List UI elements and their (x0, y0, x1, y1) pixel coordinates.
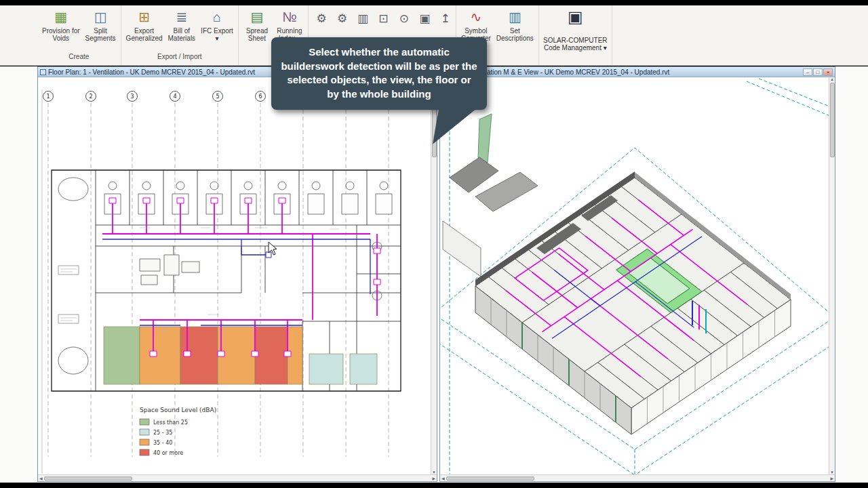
panel-label-export-import: Export / Import (124, 52, 235, 61)
solar-computer-label: SOLAR-COMPUTER Code Management ▾ (542, 37, 609, 52)
legend-title: Space Sound Level (dBA) (140, 407, 216, 413)
ifc-export-icon: ⌂ (208, 7, 226, 27)
search-tool-icon-button[interactable]: ⊙ (397, 7, 412, 30)
solar-computer-button[interactable]: ▣ (559, 7, 591, 27)
sound-zones (104, 327, 377, 384)
export-generalized-label-1: Export (134, 27, 154, 35)
ribbon-panel-export-import: ⊞ Export Generalized ≣ Bill of Materials… (121, 5, 239, 65)
grid-lines (48, 103, 389, 457)
scroll-left-icon[interactable]: ◀ (441, 476, 445, 481)
floor-plan-doc-icon (40, 69, 46, 75)
scroll-left-icon[interactable]: ◀ (39, 476, 43, 481)
svg-text:3: 3 (130, 94, 134, 100)
sound-zone-orange-1 (140, 327, 180, 384)
export-generalized-label-2: Generalized (126, 35, 163, 42)
split-segments-label-1: Split (94, 27, 106, 35)
svg-text:4: 4 (173, 94, 176, 100)
floor-plan-window: Floor Plan: 1 - Ventilation - UK Demo MC… (37, 66, 437, 482)
provision-voids-label-1: Provision for (42, 27, 80, 35)
bill-of-materials-label-1: Bill of (174, 27, 190, 35)
solar-computer-monitor-icon: ▣ (566, 7, 585, 27)
building-top-face (475, 178, 791, 408)
legend-label-25-35: 25 - 35 (153, 430, 172, 436)
sound-zone-green (104, 327, 140, 384)
sound-zone-teal-1 (309, 354, 343, 384)
set-descriptions-button[interactable]: ▥ Set Descriptions (494, 7, 536, 42)
set-descriptions-icon: ▥ (505, 7, 524, 27)
three-d-maximize-button[interactable]: □ (813, 68, 823, 76)
letterbox-bottom (0, 483, 868, 488)
sound-zone-teal-2 (350, 354, 377, 384)
three-d-close-button[interactable]: × (823, 68, 833, 76)
scroll-right-icon[interactable]: ▶ (432, 476, 435, 481)
split-segments-icon: ◫ (91, 7, 110, 27)
svg-text:1: 1 (46, 94, 50, 100)
legend-label-35-40: 35 - 40 (153, 440, 172, 446)
bill-of-materials-icon: ≣ (172, 7, 191, 27)
bill-of-materials-button[interactable]: ≣ Bill of Materials (166, 7, 198, 42)
spread-sheet-label-1: Spread (246, 27, 268, 35)
legend-label-less-25: Less than 25 (153, 420, 188, 426)
automation-gears-icon-button[interactable]: ⚙ (314, 7, 329, 30)
three-d-hscrollbar[interactable]: ◀ ▶ (440, 474, 835, 481)
bill-of-materials-label-2: Materials (168, 35, 196, 42)
running-index-icon: № (280, 7, 299, 27)
export-generalized-icon: ⊞ (135, 7, 154, 27)
solar-computer-label-1: SOLAR-COMPUTER (542, 37, 609, 44)
three-d-titlebar[interactable]: Full Coordination M & E View - UK Demo M… (440, 67, 835, 77)
scroll-up-icon[interactable]: ▲ (830, 77, 834, 81)
three-d-vscrollbar[interactable]: ▲ ▼ (829, 77, 835, 474)
floor-plan-hscroll-thumb[interactable] (44, 476, 132, 481)
sound-zone-red-2 (255, 327, 288, 384)
ifc-export-label-1: IFC Export (201, 27, 233, 35)
three-d-canvas[interactable] (440, 77, 829, 474)
svg-text:6: 6 (258, 94, 262, 100)
split-segments-label-2: Segments (85, 35, 116, 42)
columns-tool-icon-button[interactable]: ▥ (355, 7, 370, 30)
monitor-tool-icon-button[interactable]: ▣ (417, 7, 432, 30)
panel-label-create: Create (40, 52, 118, 61)
split-segments-button[interactable]: ◫ Split Segments (83, 7, 118, 42)
solar-computer-label-2: Code Management (544, 44, 601, 52)
ribbon-panel-create: ▦ Provision for Voids ◫ Split Segments C… (37, 5, 121, 65)
config-gears-icon-button[interactable]: ⚙ (334, 7, 349, 30)
callout-tooltip-text: Select whether the automatic builderswor… (281, 46, 477, 100)
legend-swatch-40-more (140, 449, 149, 455)
ifc-export-button[interactable]: ⌂ IFC Export ▾ (199, 7, 235, 42)
floor-plan-hscrollbar[interactable]: ◀ ▶ (38, 474, 437, 481)
running-index-label-1: Running (277, 27, 302, 35)
spread-sheet-icon: ▤ (248, 7, 267, 27)
three-d-vscroll-thumb[interactable] (830, 83, 835, 157)
symbol-converter-label-1: Symbol (465, 27, 487, 35)
legend-swatch-25-35 (140, 429, 149, 435)
set-descriptions-label-1: Set (510, 27, 520, 35)
symbol-converter-icon: ∿ (467, 7, 486, 27)
provision-for-voids-button[interactable]: ▦ Provision for Voids (40, 7, 82, 42)
package-tool-icon-button[interactable]: ⊡ (376, 7, 391, 30)
export-generalized-button[interactable]: ⊞ Export Generalized (124, 7, 165, 42)
app-window: ▦ Provision for Voids ◫ Split Segments C… (0, 0, 868, 488)
set-descriptions-label-2: Descriptions (496, 35, 534, 42)
ifc-export-dropdown-icon: ▾ (215, 35, 218, 42)
scroll-right-icon[interactable]: ▶ (830, 476, 833, 481)
workspace: Floor Plan: 1 - Ventilation - UK Demo MC… (0, 66, 868, 483)
three-d-minimize-button[interactable]: – (803, 68, 812, 76)
sound-legend: Space Sound Level (dBA) Less than 25 25 … (140, 407, 216, 456)
legend-label-40-more: 40 or more (153, 450, 183, 456)
callout-tooltip: Select whether the automatic builderswor… (271, 37, 487, 110)
solar-computer-dropdown-icon[interactable]: ▾ (604, 44, 607, 52)
legend-swatch-less-25 (140, 419, 149, 425)
three-d-title: Full Coordination M & E View - UK Demo M… (450, 68, 802, 76)
provision-voids-label-2: Voids (53, 35, 69, 42)
three-d-hscroll-thumb[interactable] (446, 476, 534, 481)
chart-export-icon-button[interactable]: ↥ (437, 7, 452, 30)
spread-sheet-button[interactable]: ▤ Spread Sheet (241, 7, 273, 42)
provision-voids-icon: ▦ (52, 7, 71, 27)
ribbon-panel-solar-computer: ▣ SOLAR-COMPUTER Code Management ▾ (539, 5, 612, 65)
spread-sheet-label-2: Sheet (248, 35, 266, 42)
svg-text:5: 5 (216, 94, 219, 100)
floor-plan-canvas[interactable]: 1 2 3 4 5 6 7 8 9 (38, 77, 431, 474)
svg-text:2: 2 (89, 94, 92, 100)
annotation-marks (140, 228, 339, 331)
plan-tag-boxes (58, 266, 79, 323)
